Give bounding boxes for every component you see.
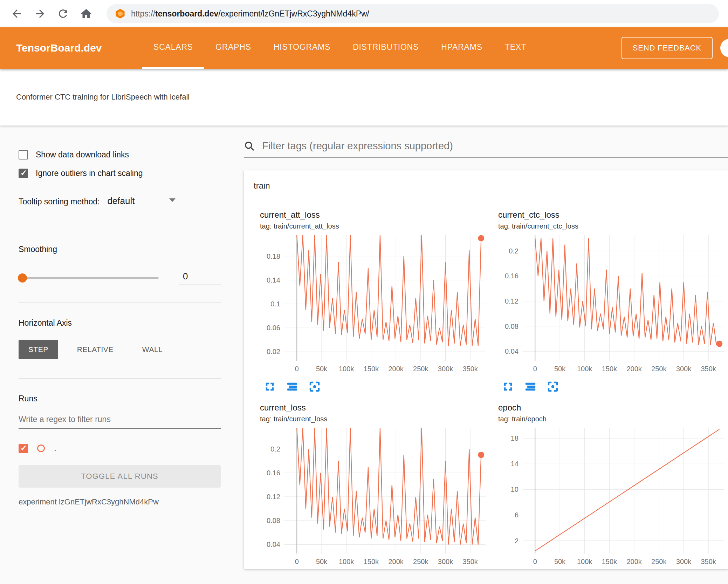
chart-title: epoch <box>498 403 726 413</box>
filter-tags-input[interactable] <box>262 140 728 152</box>
train-section-title[interactable]: train <box>244 170 728 200</box>
current-att-loss-chart: 050k100k150k200k250k300k350k0.020.060.10… <box>260 232 488 376</box>
tooltip-sorting-value: default <box>107 196 135 206</box>
svg-text:0: 0 <box>295 558 299 565</box>
url-path: /experiment/lzGnETjwRxC3yghNMd4kPw/ <box>218 9 369 18</box>
svg-text:0: 0 <box>533 558 537 565</box>
svg-text:18: 18 <box>511 434 518 442</box>
fit-data-icon[interactable] <box>547 380 559 393</box>
app-header: TensorBoard.dev SCALARS GRAPHS HISTOGRAM… <box>0 27 728 69</box>
charts-grid: current_att_loss tag: train/current_att_… <box>244 200 728 569</box>
forward-icon[interactable] <box>34 7 46 20</box>
run-row: . <box>19 443 221 453</box>
svg-text:50k: 50k <box>554 558 566 565</box>
svg-text:150k: 150k <box>364 365 379 373</box>
chart-toolbar <box>263 380 488 393</box>
svg-text:300k: 300k <box>438 365 453 373</box>
svg-text:14: 14 <box>511 460 518 468</box>
svg-text:250k: 250k <box>651 558 667 565</box>
current-loss-chart: 050k100k150k200k250k300k350k0.040.080.12… <box>260 425 488 569</box>
reload-icon[interactable] <box>57 7 69 20</box>
svg-text:50k: 50k <box>316 558 328 565</box>
svg-text:150k: 150k <box>602 558 617 565</box>
svg-text:350k: 350k <box>463 558 478 565</box>
address-bar[interactable]: https://tensorboard.dev/experiment/lzGnE… <box>107 4 719 23</box>
svg-text:0.08: 0.08 <box>505 322 518 330</box>
tab-hparams[interactable]: HPARAMS <box>430 27 494 69</box>
svg-text:0.08: 0.08 <box>267 517 280 524</box>
settings-sidebar: Show data download links Ignore outliers… <box>0 125 224 584</box>
axis-relative-button[interactable]: RELATIVE <box>67 340 123 359</box>
nav-tabs: SCALARS GRAPHS HISTOGRAMS DISTRIBUTIONS … <box>142 27 538 69</box>
fullscreen-icon[interactable] <box>263 380 276 393</box>
tooltip-sorting-dropdown[interactable]: default <box>107 196 176 209</box>
app-logo[interactable]: TensorBoard.dev <box>16 42 125 54</box>
tooltip-sorting-label: Tooltip sorting method: <box>19 197 99 209</box>
tab-graphs[interactable]: GRAPHS <box>204 27 262 69</box>
svg-text:0: 0 <box>533 365 537 373</box>
axis-step-button[interactable]: STEP <box>19 340 58 359</box>
svg-text:200k: 200k <box>626 558 642 565</box>
experiment-id-label: experiment lzGnETjwRxC3yghNMd4kPw <box>19 497 221 507</box>
train-card: train current_att_loss tag: train/curren… <box>244 170 728 569</box>
runs-regex-input[interactable] <box>19 415 221 429</box>
chart-title: current_ctc_loss <box>498 210 726 220</box>
chart-current-att-loss: current_att_loss tag: train/current_att_… <box>260 210 488 403</box>
chart-current-ctc-loss: current_ctc_loss tag: train/current_ctc_… <box>498 210 726 403</box>
chart-current-loss: current_loss tag: train/current_loss 050… <box>260 403 488 569</box>
run-selector-icon[interactable] <box>524 380 537 393</box>
filter-tags-row <box>244 140 728 158</box>
svg-text:0.12: 0.12 <box>267 493 280 501</box>
smoothing-value[interactable]: 0 <box>179 271 221 285</box>
url-domain: tensorboard.dev <box>155 9 218 18</box>
svg-text:100k: 100k <box>577 365 592 373</box>
ignore-outliers-checkbox[interactable] <box>19 169 28 178</box>
tab-text[interactable]: TEXT <box>494 27 538 69</box>
smoothing-slider[interactable] <box>19 277 159 279</box>
svg-text:250k: 250k <box>413 365 428 373</box>
axis-wall-button[interactable]: WALL <box>132 340 172 359</box>
tab-histograms[interactable]: HISTOGRAMS <box>262 27 342 69</box>
fullscreen-icon[interactable] <box>502 380 514 393</box>
divider <box>19 303 221 303</box>
svg-text:6: 6 <box>515 511 518 519</box>
run-selector-icon[interactable] <box>286 380 298 393</box>
send-feedback-button[interactable]: SEND FEEDBACK <box>621 37 713 59</box>
show-download-links-checkbox[interactable] <box>19 150 28 159</box>
tooltip-sorting-row: Tooltip sorting method: default <box>19 196 221 209</box>
avatar[interactable] <box>720 39 728 57</box>
search-icon <box>244 141 255 152</box>
svg-text:250k: 250k <box>651 365 667 373</box>
svg-text:300k: 300k <box>438 558 453 565</box>
tab-distributions[interactable]: DISTRIBUTIONS <box>342 27 430 69</box>
svg-text:0.1: 0.1 <box>270 300 280 308</box>
svg-text:0.16: 0.16 <box>505 272 518 280</box>
svg-text:50k: 50k <box>554 365 566 373</box>
fit-data-icon[interactable] <box>308 380 321 393</box>
chart-toolbar <box>502 380 726 393</box>
run-name: . <box>54 443 56 453</box>
svg-text:150k: 150k <box>602 365 617 373</box>
svg-text:0.04: 0.04 <box>267 541 280 548</box>
tab-scalars[interactable]: SCALARS <box>142 27 204 69</box>
svg-text:0.18: 0.18 <box>267 252 280 260</box>
epoch-chart: 050k100k150k200k250k300k350k26101418 <box>498 425 726 569</box>
back-icon[interactable] <box>11 7 23 20</box>
run-checkbox[interactable] <box>19 444 28 453</box>
svg-text:100k: 100k <box>339 365 354 373</box>
svg-text:100k: 100k <box>339 558 354 565</box>
scalars-main: train current_att_loss tag: train/curren… <box>224 125 728 584</box>
svg-text:200k: 200k <box>388 558 404 565</box>
svg-text:300k: 300k <box>676 365 692 373</box>
chart-tag: tag: train/current_att_loss <box>260 222 488 230</box>
home-icon[interactable] <box>80 7 92 20</box>
smoothing-label: Smoothing <box>19 245 221 254</box>
experiment-title: Conformer CTC training for LibriSpeech w… <box>16 93 190 102</box>
svg-text:200k: 200k <box>626 365 642 373</box>
svg-text:250k: 250k <box>413 558 428 565</box>
smoothing-slider-knob[interactable] <box>18 273 27 283</box>
runs-label: Runs <box>19 394 221 403</box>
url-text: https://tensorboard.dev/experiment/lzGnE… <box>131 9 369 19</box>
toggle-all-runs-button[interactable]: TOGGLE ALL RUNS <box>19 465 221 488</box>
svg-text:350k: 350k <box>463 365 478 373</box>
